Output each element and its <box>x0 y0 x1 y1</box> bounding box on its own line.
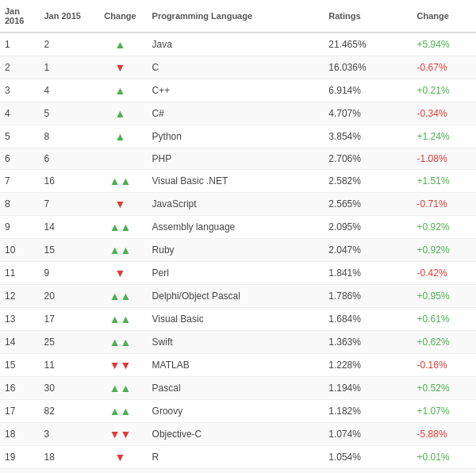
change-cell: -0.67% <box>413 56 476 79</box>
prev-rank-cell: 16 <box>39 170 93 193</box>
table-row: 18 3 ▼▼ Objective-C 1.074% -5.88% <box>0 423 476 446</box>
rank-cell: 19 <box>0 446 39 469</box>
header-jan2016: Jan 2016 <box>0 0 39 33</box>
rating-cell: 1.054% <box>324 446 412 469</box>
language-cell: Delphi/Object Pascal <box>148 285 324 308</box>
header-change2: Change <box>413 0 476 33</box>
change-cell: +0.95% <box>413 285 476 308</box>
change-cell: -0.42% <box>413 262 476 285</box>
language-cell: Objective-C <box>148 423 324 446</box>
language-cell: Groovy <box>148 400 324 423</box>
arrow-cell: ▲▲ <box>94 308 148 331</box>
table-row: 3 4 ▲ C++ 6.914% +0.21% <box>0 79 476 102</box>
prev-rank-cell: 5 <box>39 102 93 125</box>
table-row: 10 15 ▲▲ Ruby 2.047% +0.92% <box>0 239 476 262</box>
table-row: 15 11 ▼▼ MATLAB 1.228% -0.16% <box>0 354 476 377</box>
change-cell: +1.51% <box>413 170 476 193</box>
prev-rank-cell: 8 <box>39 125 93 148</box>
language-cell: C++ <box>148 79 324 102</box>
language-cell: Python <box>148 125 324 148</box>
change-cell: -1.00% <box>413 469 476 474</box>
arrow-down-icon: ▼ <box>115 451 126 463</box>
rating-cell: 2.095% <box>324 216 412 239</box>
change-cell: -1.08% <box>413 148 476 170</box>
prev-rank-cell: 30 <box>39 377 93 400</box>
rating-cell: 6.914% <box>324 79 412 102</box>
table-row: 13 17 ▲▲ Visual Basic 1.684% +0.61% <box>0 308 476 331</box>
rating-cell: 2.706% <box>324 148 412 170</box>
change-cell: -0.16% <box>413 354 476 377</box>
rating-cell: 1.841% <box>324 262 412 285</box>
rank-cell: 20 <box>0 469 39 474</box>
arrow-cell: ▼▼ <box>94 469 148 474</box>
language-cell: Visual Basic <box>148 308 324 331</box>
rating-cell: 1.228% <box>324 354 412 377</box>
rating-cell: 1.684% <box>324 308 412 331</box>
arrow-cell: ▲▲ <box>94 400 148 423</box>
arrow-double-up-icon: ▲▲ <box>109 336 132 348</box>
prev-rank-cell: 4 <box>39 79 93 102</box>
rank-cell: 5 <box>0 125 39 148</box>
arrow-down-icon: ▼ <box>115 61 126 74</box>
language-cell: JavaScript <box>148 193 324 216</box>
prev-rank-cell: 82 <box>39 400 93 423</box>
table-row: 11 9 ▼ Perl 1.841% -0.42% <box>0 262 476 285</box>
rating-cell: 2.047% <box>324 239 412 262</box>
arrow-double-up-icon: ▲▲ <box>109 382 132 394</box>
rating-cell: 1.074% <box>324 423 412 446</box>
rating-cell: 2.582% <box>324 170 412 193</box>
rank-cell: 13 <box>0 308 39 331</box>
arrow-up-icon: ▲ <box>115 38 126 51</box>
header-lang: Programming Language <box>148 0 324 33</box>
prev-rank-cell: 14 <box>39 216 93 239</box>
table-row: 5 8 ▲ Python 3.854% +1.24% <box>0 125 476 148</box>
prev-rank-cell: 18 <box>39 446 93 469</box>
rating-cell: 4.707% <box>324 102 412 125</box>
change-cell: -5.88% <box>413 423 476 446</box>
arrow-cell: ▲▲ <box>94 170 148 193</box>
prev-rank-cell: 6 <box>39 148 93 170</box>
table-row: 1 2 ▲ Java 21.465% +5.94% <box>0 33 476 56</box>
header-change: Change <box>94 0 148 33</box>
arrow-cell: ▼▼ <box>94 423 148 446</box>
rank-cell: 14 <box>0 331 39 354</box>
table-row: 14 25 ▲▲ Swift 1.363% +0.62% <box>0 331 476 354</box>
change-cell: +1.07% <box>413 400 476 423</box>
language-cell: Visual Basic .NET <box>148 170 324 193</box>
prev-rank-cell: 20 <box>39 285 93 308</box>
change-cell: -0.34% <box>413 102 476 125</box>
language-cell: Pascal <box>148 377 324 400</box>
arrow-up-icon: ▲ <box>115 130 126 143</box>
rating-cell: 1.786% <box>324 285 412 308</box>
rank-cell: 2 <box>0 56 39 79</box>
rating-cell: 1.194% <box>324 377 412 400</box>
change-cell: -0.71% <box>413 193 476 216</box>
arrow-cell: ▲ <box>94 33 148 56</box>
arrow-cell: ▲▲ <box>94 285 148 308</box>
rating-cell: 1.363% <box>324 331 412 354</box>
arrow-cell: ▼ <box>94 262 148 285</box>
rank-cell: 16 <box>0 377 39 400</box>
rank-cell: 7 <box>0 170 39 193</box>
change-cell: +0.92% <box>413 216 476 239</box>
prev-rank-cell: 7 <box>39 193 93 216</box>
arrow-cell: ▲ <box>94 79 148 102</box>
prev-rank-cell: 25 <box>39 331 93 354</box>
language-cell: Ruby <box>148 239 324 262</box>
arrow-down-icon: ▼ <box>115 198 126 210</box>
table-row: 6 6 PHP 2.706% -1.08% <box>0 148 476 170</box>
arrow-double-up-icon: ▲▲ <box>109 405 132 417</box>
prev-rank-cell: 10 <box>39 469 93 474</box>
arrow-cell: ▼ <box>94 193 148 216</box>
arrow-double-up-icon: ▲▲ <box>109 244 132 256</box>
language-cell: PHP <box>148 148 324 170</box>
arrow-cell: ▲▲ <box>94 377 148 400</box>
language-cell: MATLAB <box>148 354 324 377</box>
table-row: 8 7 ▼ JavaScript 2.565% -0.71% <box>0 193 476 216</box>
table-row: 16 30 ▲▲ Pascal 1.194% +0.52% <box>0 377 476 400</box>
rank-cell: 3 <box>0 79 39 102</box>
arrow-cell: ▼ <box>94 56 148 79</box>
change-cell: +0.92% <box>413 239 476 262</box>
rank-cell: 4 <box>0 102 39 125</box>
change-cell: +0.62% <box>413 331 476 354</box>
